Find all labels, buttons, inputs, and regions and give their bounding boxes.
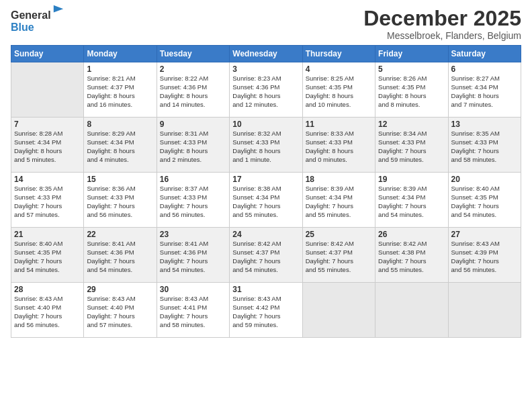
day-info: Sunrise: 8:40 AM Sunset: 4:35 PM Dayligh… (451, 185, 518, 219)
day-info: Sunrise: 8:40 AM Sunset: 4:35 PM Dayligh… (14, 240, 81, 274)
table-row (375, 283, 448, 338)
day-number: 3 (232, 64, 299, 74)
table-row: 16Sunrise: 8:37 AM Sunset: 4:33 PM Dayli… (157, 173, 229, 228)
table-row: 10Sunrise: 8:32 AM Sunset: 4:33 PM Dayli… (230, 118, 302, 173)
header-saturday: Saturday (448, 46, 521, 62)
table-row: 3Sunrise: 8:23 AM Sunset: 4:36 PM Daylig… (230, 62, 302, 118)
day-info: Sunrise: 8:43 AM Sunset: 4:40 PM Dayligh… (14, 295, 81, 329)
day-number: 14 (14, 175, 81, 184)
table-row: 11Sunrise: 8:33 AM Sunset: 4:33 PM Dayli… (302, 118, 375, 173)
day-number: 22 (87, 230, 153, 239)
day-info: Sunrise: 8:34 AM Sunset: 4:33 PM Dayligh… (378, 130, 445, 164)
calendar-week-row: 7Sunrise: 8:28 AM Sunset: 4:34 PM Daylig… (11, 118, 521, 173)
calendar-table: Sunday Monday Tuesday Wednesday Thursday… (11, 45, 521, 338)
day-info: Sunrise: 8:37 AM Sunset: 4:33 PM Dayligh… (160, 185, 226, 219)
calendar-week-row: 1Sunrise: 8:21 AM Sunset: 4:37 PM Daylig… (11, 62, 521, 118)
logo-general-text: General (11, 9, 51, 21)
day-number: 15 (87, 175, 153, 184)
table-row: 26Sunrise: 8:42 AM Sunset: 4:38 PM Dayli… (375, 228, 448, 283)
day-info: Sunrise: 8:43 AM Sunset: 4:41 PM Dayligh… (160, 295, 226, 329)
day-number: 11 (306, 120, 372, 129)
day-info: Sunrise: 8:21 AM Sunset: 4:37 PM Dayligh… (87, 75, 153, 109)
day-info: Sunrise: 8:39 AM Sunset: 4:34 PM Dayligh… (306, 185, 372, 219)
table-row: 22Sunrise: 8:41 AM Sunset: 4:36 PM Dayli… (84, 228, 157, 283)
day-number: 26 (378, 230, 445, 239)
table-row: 18Sunrise: 8:39 AM Sunset: 4:34 PM Dayli… (302, 173, 375, 228)
table-row: 14Sunrise: 8:35 AM Sunset: 4:33 PM Dayli… (11, 173, 84, 228)
header-thursday: Thursday (302, 46, 375, 62)
table-row: 7Sunrise: 8:28 AM Sunset: 4:34 PM Daylig… (11, 118, 84, 173)
calendar-week-row: 28Sunrise: 8:43 AM Sunset: 4:40 PM Dayli… (11, 283, 521, 338)
day-number: 4 (306, 64, 372, 74)
table-row (302, 283, 375, 338)
table-row: 1Sunrise: 8:21 AM Sunset: 4:37 PM Daylig… (84, 62, 157, 118)
day-info: Sunrise: 8:42 AM Sunset: 4:38 PM Dayligh… (378, 240, 445, 274)
day-number: 13 (451, 120, 518, 129)
day-number: 23 (160, 230, 226, 239)
day-info: Sunrise: 8:41 AM Sunset: 4:36 PM Dayligh… (87, 240, 153, 274)
table-row: 6Sunrise: 8:27 AM Sunset: 4:34 PM Daylig… (448, 62, 521, 118)
table-row: 23Sunrise: 8:41 AM Sunset: 4:36 PM Dayli… (157, 228, 229, 283)
calendar-week-row: 21Sunrise: 8:40 AM Sunset: 4:35 PM Dayli… (11, 228, 521, 283)
calendar-week-row: 14Sunrise: 8:35 AM Sunset: 4:33 PM Dayli… (11, 173, 521, 228)
day-number: 2 (160, 64, 226, 74)
day-info: Sunrise: 8:42 AM Sunset: 4:37 PM Dayligh… (306, 240, 372, 274)
svg-marker-0 (53, 5, 62, 13)
table-row: 28Sunrise: 8:43 AM Sunset: 4:40 PM Dayli… (11, 283, 84, 338)
day-info: Sunrise: 8:41 AM Sunset: 4:36 PM Dayligh… (160, 240, 226, 274)
table-row: 19Sunrise: 8:39 AM Sunset: 4:34 PM Dayli… (375, 173, 448, 228)
table-row (448, 283, 521, 338)
location: Messelbroek, Flanders, Belgium (363, 30, 521, 41)
day-number: 1 (87, 64, 153, 74)
table-row: 9Sunrise: 8:31 AM Sunset: 4:33 PM Daylig… (157, 118, 229, 173)
day-info: Sunrise: 8:31 AM Sunset: 4:33 PM Dayligh… (160, 130, 226, 164)
day-info: Sunrise: 8:29 AM Sunset: 4:34 PM Dayligh… (87, 130, 153, 164)
table-row: 31Sunrise: 8:43 AM Sunset: 4:42 PM Dayli… (230, 283, 302, 338)
header-monday: Monday (84, 46, 157, 62)
table-row: 8Sunrise: 8:29 AM Sunset: 4:34 PM Daylig… (84, 118, 157, 173)
day-number: 18 (306, 175, 372, 184)
day-info: Sunrise: 8:28 AM Sunset: 4:34 PM Dayligh… (14, 130, 81, 164)
day-info: Sunrise: 8:23 AM Sunset: 4:36 PM Dayligh… (232, 75, 299, 109)
table-row: 5Sunrise: 8:26 AM Sunset: 4:35 PM Daylig… (375, 62, 448, 118)
day-number: 9 (160, 120, 226, 129)
table-row: 12Sunrise: 8:34 AM Sunset: 4:33 PM Dayli… (375, 118, 448, 173)
day-number: 31 (232, 285, 299, 294)
table-row: 2Sunrise: 8:22 AM Sunset: 4:36 PM Daylig… (157, 62, 229, 118)
day-info: Sunrise: 8:33 AM Sunset: 4:33 PM Dayligh… (306, 130, 372, 164)
day-number: 7 (14, 120, 81, 129)
day-number: 17 (232, 175, 299, 184)
logo-icon (52, 4, 64, 16)
day-info: Sunrise: 8:25 AM Sunset: 4:35 PM Dayligh… (306, 75, 372, 109)
day-info: Sunrise: 8:32 AM Sunset: 4:33 PM Dayligh… (232, 130, 299, 164)
table-row: 25Sunrise: 8:42 AM Sunset: 4:37 PM Dayli… (302, 228, 375, 283)
page: General Blue December 2025 Messelbroek, … (0, 0, 532, 411)
table-row (11, 62, 84, 118)
table-row: 29Sunrise: 8:43 AM Sunset: 4:40 PM Dayli… (84, 283, 157, 338)
day-info: Sunrise: 8:42 AM Sunset: 4:37 PM Dayligh… (232, 240, 299, 274)
table-row: 4Sunrise: 8:25 AM Sunset: 4:35 PM Daylig… (302, 62, 375, 118)
day-info: Sunrise: 8:22 AM Sunset: 4:36 PM Dayligh… (160, 75, 226, 109)
header-friday: Friday (375, 46, 448, 62)
header-sunday: Sunday (11, 46, 84, 62)
title-block: December 2025 Messelbroek, Flanders, Bel… (363, 7, 521, 41)
day-info: Sunrise: 8:26 AM Sunset: 4:35 PM Dayligh… (378, 75, 445, 109)
day-info: Sunrise: 8:43 AM Sunset: 4:40 PM Dayligh… (87, 295, 153, 329)
day-info: Sunrise: 8:43 AM Sunset: 4:42 PM Dayligh… (232, 295, 299, 329)
day-number: 25 (306, 230, 372, 239)
day-info: Sunrise: 8:38 AM Sunset: 4:34 PM Dayligh… (232, 185, 299, 219)
day-info: Sunrise: 8:35 AM Sunset: 4:33 PM Dayligh… (451, 130, 518, 164)
logo-blue-text: Blue (11, 21, 51, 34)
day-info: Sunrise: 8:35 AM Sunset: 4:33 PM Dayligh… (14, 185, 81, 219)
month-title: December 2025 (363, 7, 521, 30)
day-number: 28 (14, 285, 81, 294)
header: General Blue December 2025 Messelbroek, … (11, 7, 521, 41)
day-number: 10 (232, 120, 299, 129)
logo: General Blue (11, 9, 51, 33)
table-row: 30Sunrise: 8:43 AM Sunset: 4:41 PM Dayli… (157, 283, 229, 338)
calendar-header-row: Sunday Monday Tuesday Wednesday Thursday… (11, 46, 521, 62)
day-number: 27 (451, 230, 518, 239)
day-number: 6 (451, 64, 518, 74)
table-row: 21Sunrise: 8:40 AM Sunset: 4:35 PM Dayli… (11, 228, 84, 283)
day-number: 12 (378, 120, 445, 129)
